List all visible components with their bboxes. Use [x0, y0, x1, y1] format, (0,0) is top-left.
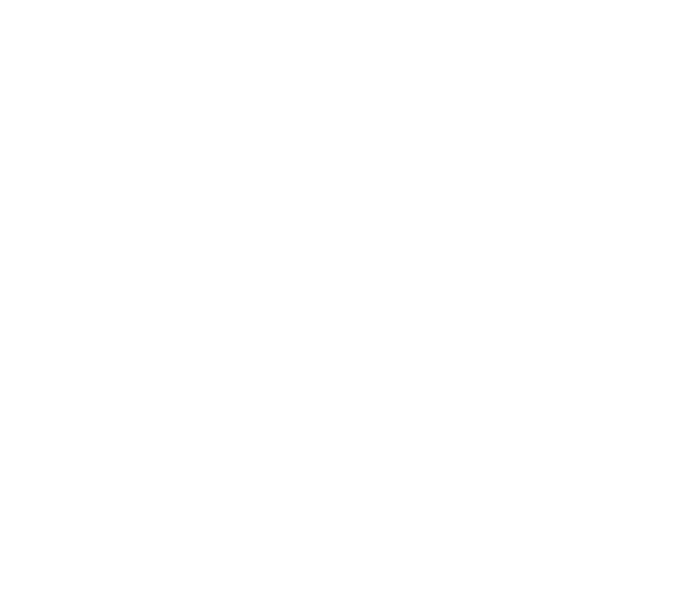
diagram-viewer [0, 0, 700, 616]
